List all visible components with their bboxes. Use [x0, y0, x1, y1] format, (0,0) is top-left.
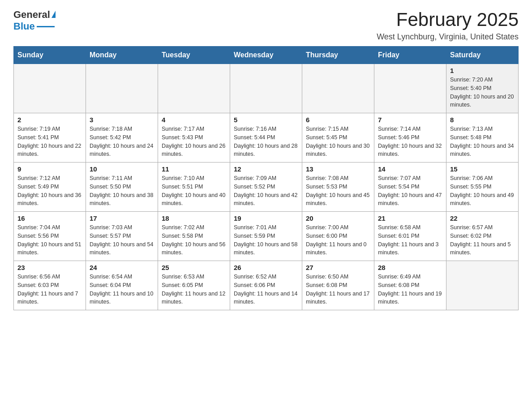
day-number: 13 — [306, 165, 370, 173]
day-number: 11 — [162, 165, 226, 173]
day-number: 8 — [450, 116, 515, 124]
day-number: 4 — [162, 116, 226, 124]
calendar-cell: 24Sunrise: 6:54 AMSunset: 6:04 PMDayligh… — [86, 261, 158, 310]
calendar-week-row-4: 16Sunrise: 7:04 AMSunset: 5:56 PMDayligh… — [14, 212, 519, 261]
day-number: 14 — [378, 165, 442, 173]
day-number: 1 — [450, 67, 515, 74]
day-number: 2 — [17, 116, 82, 124]
day-info: Sunrise: 7:07 AMSunset: 5:54 PMDaylight:… — [378, 174, 442, 208]
calendar-cell — [374, 64, 446, 113]
day-info: Sunrise: 7:19 AMSunset: 5:41 PMDaylight:… — [17, 125, 82, 158]
calendar-cell: 22Sunrise: 6:57 AMSunset: 6:02 PMDayligh… — [446, 212, 519, 261]
day-info: Sunrise: 6:52 AMSunset: 6:06 PMDaylight:… — [234, 273, 298, 306]
calendar-cell — [230, 64, 302, 113]
calendar-cell: 13Sunrise: 7:08 AMSunset: 5:53 PMDayligh… — [302, 163, 374, 212]
calendar-cell: 15Sunrise: 7:06 AMSunset: 5:55 PMDayligh… — [446, 163, 519, 212]
day-number: 12 — [234, 165, 298, 173]
day-info: Sunrise: 7:08 AMSunset: 5:53 PMDaylight:… — [306, 174, 370, 208]
day-number: 5 — [234, 116, 298, 124]
calendar-header-row: SundayMondayTuesdayWednesdayThursdayFrid… — [14, 47, 519, 64]
day-info: Sunrise: 6:53 AMSunset: 6:05 PMDaylight:… — [162, 273, 226, 306]
calendar-cell: 16Sunrise: 7:04 AMSunset: 5:56 PMDayligh… — [14, 212, 86, 261]
day-number: 16 — [17, 214, 82, 222]
day-info: Sunrise: 7:12 AMSunset: 5:49 PMDaylight:… — [17, 174, 82, 208]
logo-blue-row: Blue — [13, 21, 55, 32]
day-number: 25 — [162, 264, 226, 271]
calendar-cell — [158, 64, 230, 113]
day-info: Sunrise: 7:02 AMSunset: 5:58 PMDaylight:… — [162, 223, 226, 257]
calendar-header-friday: Friday — [374, 47, 446, 64]
day-number: 17 — [90, 214, 154, 222]
day-info: Sunrise: 7:17 AMSunset: 5:43 PMDaylight:… — [162, 125, 226, 158]
calendar-table: SundayMondayTuesdayWednesdayThursdayFrid… — [13, 46, 519, 310]
logo-underline — [37, 26, 55, 27]
calendar-cell: 20Sunrise: 7:00 AMSunset: 6:00 PMDayligh… — [302, 212, 374, 261]
calendar-header-wednesday: Wednesday — [230, 47, 302, 64]
logo-wordmark: General — [13, 9, 56, 21]
calendar-header-saturday: Saturday — [446, 47, 519, 64]
day-number: 7 — [378, 116, 442, 124]
day-number: 19 — [234, 214, 298, 222]
calendar-cell — [14, 64, 86, 113]
calendar-cell: 10Sunrise: 7:11 AMSunset: 5:50 PMDayligh… — [86, 163, 158, 212]
day-number: 10 — [90, 165, 154, 173]
logo-general-text: General — [13, 9, 50, 21]
calendar-cell: 18Sunrise: 7:02 AMSunset: 5:58 PMDayligh… — [158, 212, 230, 261]
calendar-header-tuesday: Tuesday — [158, 47, 230, 64]
day-number: 18 — [162, 214, 226, 222]
day-info: Sunrise: 7:03 AMSunset: 5:57 PMDaylight:… — [90, 223, 154, 257]
calendar-cell: 6Sunrise: 7:15 AMSunset: 5:45 PMDaylight… — [302, 113, 374, 163]
title-block: February 2025 West Lynchburg, Virginia, … — [377, 9, 519, 42]
calendar-cell: 8Sunrise: 7:13 AMSunset: 5:48 PMDaylight… — [446, 113, 519, 163]
calendar-header-sunday: Sunday — [14, 47, 86, 64]
calendar-cell: 26Sunrise: 6:52 AMSunset: 6:06 PMDayligh… — [230, 261, 302, 310]
day-info: Sunrise: 7:06 AMSunset: 5:55 PMDaylight:… — [450, 174, 515, 208]
day-info: Sunrise: 7:14 AMSunset: 5:46 PMDaylight:… — [378, 125, 442, 158]
calendar-cell: 2Sunrise: 7:19 AMSunset: 5:41 PMDaylight… — [14, 113, 86, 163]
day-number: 26 — [234, 264, 298, 271]
day-info: Sunrise: 7:13 AMSunset: 5:48 PMDaylight:… — [450, 125, 515, 158]
day-info: Sunrise: 6:58 AMSunset: 6:01 PMDaylight:… — [378, 223, 442, 257]
calendar-cell: 21Sunrise: 6:58 AMSunset: 6:01 PMDayligh… — [374, 212, 446, 261]
logo: General Blue — [13, 9, 56, 32]
calendar-cell — [302, 64, 374, 113]
calendar-cell: 19Sunrise: 7:01 AMSunset: 5:59 PMDayligh… — [230, 212, 302, 261]
calendar-cell: 11Sunrise: 7:10 AMSunset: 5:51 PMDayligh… — [158, 163, 230, 212]
day-number: 23 — [17, 264, 82, 271]
day-number: 15 — [450, 165, 515, 173]
page-header: General Blue February 2025 West Lynchbur… — [13, 9, 519, 42]
calendar-cell: 14Sunrise: 7:07 AMSunset: 5:54 PMDayligh… — [374, 163, 446, 212]
day-info: Sunrise: 6:56 AMSunset: 6:03 PMDaylight:… — [17, 273, 82, 306]
day-info: Sunrise: 7:04 AMSunset: 5:56 PMDaylight:… — [17, 223, 82, 257]
day-number: 9 — [17, 165, 82, 173]
calendar-cell: 28Sunrise: 6:49 AMSunset: 6:08 PMDayligh… — [374, 261, 446, 310]
day-number: 28 — [378, 264, 442, 271]
day-number: 21 — [378, 214, 442, 222]
calendar-header-thursday: Thursday — [302, 47, 374, 64]
day-info: Sunrise: 6:49 AMSunset: 6:08 PMDaylight:… — [378, 273, 442, 306]
day-info: Sunrise: 7:09 AMSunset: 5:52 PMDaylight:… — [234, 174, 298, 208]
logo-blue-text: Blue — [13, 21, 35, 32]
calendar-cell: 23Sunrise: 6:56 AMSunset: 6:03 PMDayligh… — [14, 261, 86, 310]
calendar-cell: 3Sunrise: 7:18 AMSunset: 5:42 PMDaylight… — [86, 113, 158, 163]
calendar-cell: 4Sunrise: 7:17 AMSunset: 5:43 PMDaylight… — [158, 113, 230, 163]
day-number: 6 — [306, 116, 370, 124]
calendar-cell: 5Sunrise: 7:16 AMSunset: 5:44 PMDaylight… — [230, 113, 302, 163]
day-info: Sunrise: 6:50 AMSunset: 6:08 PMDaylight:… — [306, 273, 370, 306]
day-info: Sunrise: 7:10 AMSunset: 5:51 PMDaylight:… — [162, 174, 226, 208]
calendar-cell: 17Sunrise: 7:03 AMSunset: 5:57 PMDayligh… — [86, 212, 158, 261]
location-subtitle: West Lynchburg, Virginia, United States — [377, 32, 519, 42]
calendar-header-monday: Monday — [86, 47, 158, 64]
day-info: Sunrise: 7:11 AMSunset: 5:50 PMDaylight:… — [90, 174, 154, 208]
day-info: Sunrise: 7:00 AMSunset: 6:00 PMDaylight:… — [306, 223, 370, 257]
day-info: Sunrise: 7:18 AMSunset: 5:42 PMDaylight:… — [90, 125, 154, 158]
calendar-cell: 25Sunrise: 6:53 AMSunset: 6:05 PMDayligh… — [158, 261, 230, 310]
calendar-week-row-2: 2Sunrise: 7:19 AMSunset: 5:41 PMDaylight… — [14, 113, 519, 163]
calendar-cell: 27Sunrise: 6:50 AMSunset: 6:08 PMDayligh… — [302, 261, 374, 310]
calendar-cell — [86, 64, 158, 113]
day-info: Sunrise: 7:01 AMSunset: 5:59 PMDaylight:… — [234, 223, 298, 257]
calendar-week-row-5: 23Sunrise: 6:56 AMSunset: 6:03 PMDayligh… — [14, 261, 519, 310]
logo-triangle-icon — [51, 11, 56, 18]
calendar-week-row-1: 1Sunrise: 7:20 AMSunset: 5:40 PMDaylight… — [14, 64, 519, 113]
day-info: Sunrise: 6:57 AMSunset: 6:02 PMDaylight:… — [450, 223, 515, 257]
